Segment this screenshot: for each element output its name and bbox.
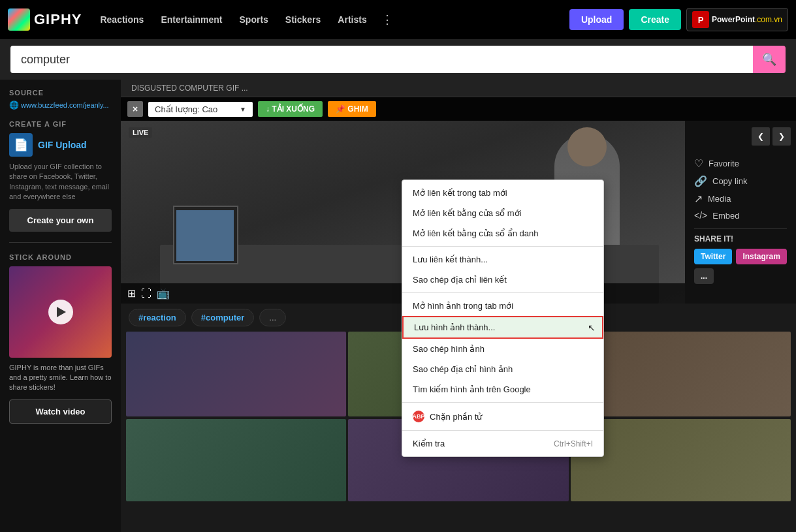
context-separator-4 xyxy=(402,430,603,431)
prev-button[interactable]: ❮ xyxy=(752,127,770,146)
tv-button[interactable]: 📺 xyxy=(157,287,170,300)
adblock-icon: ABP xyxy=(413,411,424,422)
pp-icon: P xyxy=(692,11,709,28)
cursor-indicator: ↖ xyxy=(588,322,596,333)
source-icon: 🌐 xyxy=(9,101,19,110)
social-buttons: Twitter Instagram ... xyxy=(694,249,787,284)
link-icon: 🔗 xyxy=(694,175,707,187)
context-separator-2 xyxy=(402,292,603,293)
context-menu-item-6[interactable]: Mở hình ảnh trong tab mới xyxy=(402,296,603,316)
watch-video-button[interactable]: Watch video xyxy=(9,399,112,424)
stick-around-section: STICK AROUND GIPHY is more than just GIF… xyxy=(9,253,112,424)
next-button[interactable]: ❯ xyxy=(772,127,791,146)
chevron-down-icon: ▼ xyxy=(240,106,246,113)
gif-upload-symbol: 📄 xyxy=(14,138,28,152)
nav-item-artists[interactable]: Artists xyxy=(330,9,374,30)
media-icon: ↗ xyxy=(694,193,703,205)
grid-view-button[interactable]: ⊞ xyxy=(127,287,136,300)
embed-action[interactable]: </> Embed xyxy=(694,208,787,223)
sidebar-divider xyxy=(9,242,112,243)
create-own-button[interactable]: Create your own xyxy=(9,209,112,232)
logo-area: GIPHY xyxy=(8,8,82,31)
gif-toolbar: × Chất lượng: Cao ▼ ↓ TẢI XUỐNG 📌 GHIM xyxy=(121,97,796,121)
nav-item-reactions[interactable]: Reactions xyxy=(92,9,151,30)
more-tags-button[interactable]: ... xyxy=(259,309,286,326)
nav-item-stickers[interactable]: Stickers xyxy=(278,9,328,30)
more-social-button[interactable]: ... xyxy=(694,268,714,284)
context-menu-item-10[interactable]: Tìm kiếm hình ảnh trên Google xyxy=(402,379,603,399)
context-menu-item-4[interactable]: Lưu liên kết thành... xyxy=(402,249,603,270)
play-button[interactable] xyxy=(48,300,73,324)
gif-thumb-4[interactable] xyxy=(126,419,346,501)
context-menu-item-3[interactable]: Mở liên kết bằng cửa sổ ẩn danh xyxy=(402,223,603,243)
stick-around-title: STICK AROUND xyxy=(9,253,112,261)
action-divider xyxy=(694,228,787,229)
expand-button[interactable]: ⛶ xyxy=(141,288,151,300)
favorite-label: Favorite xyxy=(708,159,739,168)
search-input[interactable] xyxy=(10,46,753,73)
person-head xyxy=(567,127,607,166)
context-menu-item-8[interactable]: Sao chép hình ảnh xyxy=(402,339,603,359)
context-separator-3 xyxy=(402,402,603,403)
search-icon: 🔍 xyxy=(762,52,776,67)
media-label: Media xyxy=(708,194,731,204)
context-menu-item-2[interactable]: Mở liên kết bằng cửa sổ mới xyxy=(402,203,603,223)
download-button[interactable]: ↓ TẢI XUỐNG xyxy=(258,101,323,117)
context-menu-item-5[interactable]: Sao chép địa chỉ liên kết xyxy=(402,270,603,290)
gif-upload-desc: Upload your GIF collection to share on F… xyxy=(9,162,112,202)
gif-upload-item[interactable]: 📄 GIF Upload xyxy=(9,133,112,157)
tag-computer[interactable]: #computer xyxy=(191,309,254,326)
context-separator-1 xyxy=(402,246,603,247)
stick-around-thumb xyxy=(9,266,112,358)
upload-button[interactable]: Upload xyxy=(569,9,624,30)
twitter-button[interactable]: Twitter xyxy=(694,249,732,264)
gif-title: DISGUSTED COMPUTER GIF ... xyxy=(131,84,248,93)
logo-icon xyxy=(8,8,30,31)
main-nav: Reactions Entertainment Sports Stickers … xyxy=(92,7,398,32)
shortcut-label: Ctrl+Shift+I xyxy=(554,439,593,448)
context-menu-item-adblock[interactable]: ABP Chặn phần tử xyxy=(402,405,603,428)
source-url[interactable]: 🌐 www.buzzfeed.com/jeanlу... xyxy=(9,101,112,110)
create-gif-title: CREATE A GIF xyxy=(9,120,112,128)
context-menu-item-9[interactable]: Sao chép địa chỉ hình ảnh xyxy=(402,359,603,379)
create-button[interactable]: Create xyxy=(629,9,681,30)
search-button[interactable]: 🔍 xyxy=(753,46,786,73)
action-panel: ❮ ❯ ♡ Favorite 🔗 Copy link ↗ xyxy=(685,121,796,304)
create-gif-section: CREATE A GIF 📄 GIF Upload Upload your GI… xyxy=(9,120,112,232)
gif-thumb-1[interactable] xyxy=(126,332,346,416)
share-label: SHARE IT! xyxy=(694,234,787,243)
pin-button[interactable]: 📌 GHIM xyxy=(328,101,376,117)
nav-item-sports[interactable]: Sports xyxy=(232,9,276,30)
monitor-screen xyxy=(176,210,234,261)
close-button[interactable]: × xyxy=(127,101,143,117)
nav-item-entertainment[interactable]: Entertainment xyxy=(153,9,230,30)
context-menu-item-inspect[interactable]: Kiểm tra Ctrl+Shift+I xyxy=(402,433,603,454)
copy-link-action[interactable]: 🔗 Copy link xyxy=(694,172,787,190)
powerpoint-domain: PowerPoint.com.vn xyxy=(712,15,782,24)
source-section-title: SOURCE xyxy=(9,89,112,97)
gif-title-bar: DISGUSTED COMPUTER GIF ... xyxy=(121,80,796,97)
context-menu-item-highlighted[interactable]: Lưu hình ảnh thành... ↖ xyxy=(402,316,603,339)
context-menu-item-1[interactable]: Mở liên kết trong tab mới xyxy=(402,183,603,203)
live-badge: LIVE xyxy=(129,127,152,138)
gif-upload-label: GIF Upload xyxy=(38,140,87,150)
main-layout: SOURCE 🌐 www.buzzfeed.com/jeanlу... CREA… xyxy=(0,80,796,532)
context-menu: Mở liên kết trong tab mới Mở liên kết bằ… xyxy=(402,180,604,457)
embed-icon: </> xyxy=(694,210,707,221)
embed-label: Embed xyxy=(712,211,739,221)
logo-text: GIPHY xyxy=(34,11,82,28)
media-action[interactable]: ↗ Media xyxy=(694,190,787,208)
gif-upload-icon: 📄 xyxy=(9,133,33,157)
instagram-button[interactable]: Instagram xyxy=(736,249,786,264)
tag-reaction[interactable]: #reaction xyxy=(129,309,186,326)
search-bar: 🔍 xyxy=(0,39,796,80)
heart-icon: ♡ xyxy=(694,157,703,170)
favorite-action[interactable]: ♡ Favorite xyxy=(694,155,787,172)
nav-arrows: ❮ ❯ xyxy=(752,127,791,146)
stick-around-desc: GIPHY is more than just GIFs and a prett… xyxy=(9,363,112,393)
play-icon xyxy=(57,307,66,317)
copy-link-label: Copy link xyxy=(712,176,747,186)
nav-more-dots-icon[interactable]: ⋮ xyxy=(376,7,398,32)
sidebar: SOURCE 🌐 www.buzzfeed.com/jeanlу... CREA… xyxy=(0,80,121,532)
quality-select[interactable]: Chất lượng: Cao ▼ xyxy=(148,102,253,117)
